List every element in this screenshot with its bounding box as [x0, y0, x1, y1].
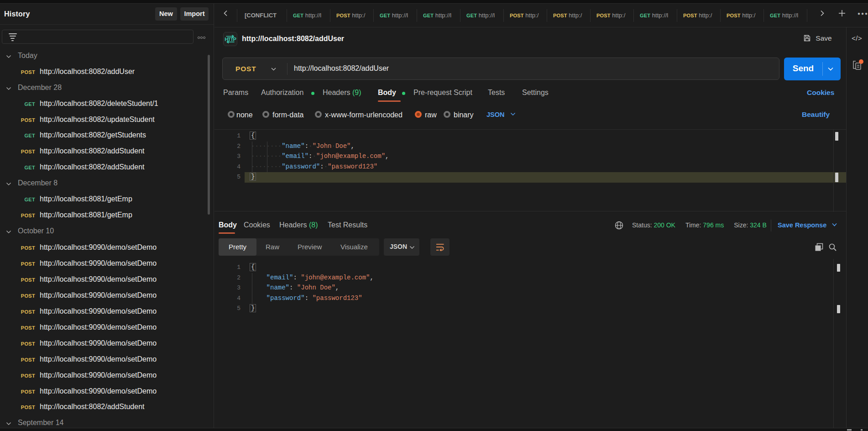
svg-text:HTTP: HTTP — [225, 37, 236, 42]
